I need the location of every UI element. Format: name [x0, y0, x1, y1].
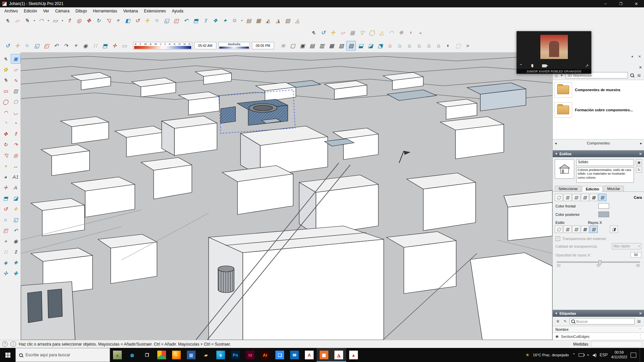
arc-tool-left[interactable]: ◠ — [1, 108, 10, 117]
menu-item[interactable]: Extensiones — [141, 7, 169, 15]
rectangle-tool-left[interactable]: ▭ — [1, 86, 10, 96]
taskbar-taskview-icon[interactable]: ❐ — [140, 348, 154, 362]
taskbar-search-input[interactable]: Escribe aquí para buscar — [15, 348, 110, 362]
grid-tool[interactable]: ▦ — [347, 28, 357, 38]
drape-tool[interactable]: ▨ — [283, 16, 292, 25]
previous-view-tool-3[interactable]: ↶ — [51, 41, 61, 51]
outer-shell-tool-left[interactable]: ❖ — [11, 258, 20, 267]
volume-icon[interactable]: ◀) — [592, 353, 597, 357]
eraser-tool-left[interactable]: ▱ — [11, 65, 20, 74]
sunset-time[interactable]: 06:05 PM — [252, 42, 274, 49]
face-shaded-icon[interactable]: ▦ — [590, 194, 598, 201]
scale-tool[interactable]: ◹ — [103, 16, 113, 25]
zoom-tool-3[interactable]: ○ — [22, 41, 32, 51]
stamp-tool[interactable]: ◮ — [273, 16, 283, 25]
select-tool-2[interactable]: ⇖ — [309, 28, 318, 38]
share-component-icon[interactable]: ❖ — [210, 16, 220, 25]
edge-none-icon[interactable]: ▢ — [555, 226, 563, 233]
zoom-window-tool-3[interactable]: ◱ — [32, 41, 42, 51]
taskbar-notebook-icon[interactable]: ▦ — [317, 348, 331, 362]
opacity-slider-thumb[interactable] — [598, 260, 601, 264]
look-around-tool[interactable]: ◉ — [80, 41, 90, 51]
close-button[interactable]: ✕ — [629, 0, 644, 7]
funnel-tool[interactable]: ▽ — [357, 28, 367, 38]
quality-select[interactable]: Más rápido▾ — [612, 243, 641, 249]
extension-warehouse-icon[interactable]: ✦ — [220, 16, 230, 25]
section-cut-icon[interactable]: ◪ — [366, 41, 375, 51]
taskbar-autocad-icon[interactable]: A — [302, 348, 317, 362]
dimension-tool-left[interactable]: ↔ — [11, 161, 20, 171]
tags-scroll-down-icon[interactable]: ⌄ — [639, 337, 641, 339]
face-hiddenline-icon[interactable]: ▧ — [581, 194, 589, 201]
taskbar-sketchup-icon[interactable]: ◮ — [331, 348, 346, 362]
union-tool-left[interactable]: ✣ — [1, 268, 10, 278]
hidden-line-icon[interactable]: ▥ — [317, 41, 327, 51]
taskbar-firefox-icon[interactable]: ◗ — [169, 348, 184, 362]
sunrise-time[interactable]: 05:42 AM — [194, 42, 216, 49]
eraser-tool[interactable]: ▱ — [12, 16, 22, 25]
tag-row[interactable]: ◉ SectionCutEdges ⌃ ⌄ — [553, 333, 644, 340]
start-button[interactable] — [0, 348, 15, 362]
geolocate-icon[interactable]: ? — [2, 341, 8, 347]
edge-profile-icon[interactable]: ▤ — [572, 226, 580, 233]
taskbar-chrome-icon[interactable]: ● — [154, 348, 169, 362]
move-tool-left[interactable]: ✥ — [1, 129, 10, 139]
face-backedge-icon[interactable]: ▥ — [564, 194, 572, 201]
line-tool-left[interactable]: ✎ — [1, 75, 10, 85]
line-tool[interactable]: ✎ — [22, 16, 32, 25]
previous-view-tool-left[interactable]: ↶ — [11, 226, 20, 235]
maximize-button[interactable]: ❐ — [613, 0, 629, 7]
transparency-checkbox[interactable]: ✓ — [555, 236, 560, 241]
layout-icon[interactable]: ⬚ — [453, 41, 463, 51]
tags-column-header[interactable]: Nombre ⌃ — [553, 326, 644, 333]
orbit-tool-left[interactable]: ↺ — [1, 204, 10, 214]
polygon-tool-left[interactable]: ⬡ — [11, 97, 20, 107]
pan-tool[interactable]: ✛ — [142, 16, 152, 25]
opacity-value-input[interactable]: 50 — [631, 252, 641, 258]
face-monochrome-icon[interactable]: ▨ — [598, 194, 606, 201]
styles-close-icon[interactable]: ✕ — [639, 152, 642, 156]
walk-tool[interactable]: ∷ — [90, 41, 100, 51]
soften-edges-tool-left[interactable]: ◈ — [1, 258, 10, 267]
tags-search-input[interactable]: Buscar — [570, 318, 635, 324]
dome-tool[interactable]: ◠ — [386, 28, 396, 38]
orbit-tool-2[interactable]: ↺ — [318, 28, 328, 38]
front-color-swatch[interactable] — [598, 203, 609, 209]
user-account-icon[interactable]: ☺ — [230, 16, 239, 25]
followme-tool-left[interactable]: ✿ — [1, 65, 10, 74]
edge-depth-icon[interactable]: ▦ — [581, 226, 589, 233]
xray-mode-icon[interactable]: ▢ — [288, 41, 298, 51]
stats-close-icon[interactable]: ✕ — [639, 65, 642, 70]
paint-bucket-tool[interactable]: ◧ — [123, 16, 132, 25]
tape-tool-left[interactable]: ⌖ — [1, 161, 10, 171]
section-fill-tool-left[interactable]: ◪ — [11, 193, 20, 203]
taskbar-photo-icon[interactable]: ▲ — [110, 348, 125, 362]
taskbar-illustrator-icon[interactable]: Ai — [258, 348, 272, 362]
axes-tool[interactable]: ✛ — [110, 41, 119, 51]
arc-dropdown-icon[interactable]: ▾ — [46, 16, 50, 25]
zoom-window-tool-left[interactable]: ◱ — [11, 215, 20, 225]
position-camera-tool[interactable]: ⌖ — [71, 41, 80, 51]
textured-icon[interactable]: ▧ — [336, 41, 346, 51]
tags-close-icon[interactable]: ✕ — [639, 311, 642, 316]
pie-tool-left[interactable]: ◔ — [11, 118, 20, 128]
taskbar-edge-icon[interactable]: e — [213, 348, 228, 362]
component-item[interactable]: Formación sobre componentes... — [554, 102, 643, 118]
monochrome-icon[interactable]: ▨ — [346, 41, 356, 51]
3d-text-tool-left[interactable]: A — [11, 183, 20, 192]
rotated-rectangle-tool-left[interactable]: ▨ — [11, 86, 20, 96]
iso-view-icon[interactable]: ⌂ — [385, 41, 395, 51]
taskbar-indesign-icon[interactable]: Id — [243, 348, 258, 362]
menu-item[interactable]: Dibujo — [72, 7, 90, 15]
zoom-window-tool[interactable]: ◱ — [162, 16, 171, 25]
tags-panel-header[interactable]: ▼ Etiquetas ✕ — [553, 310, 644, 317]
model-canvas[interactable] — [21, 52, 552, 340]
camera-icon[interactable] — [542, 64, 546, 67]
pushpull-tool-left[interactable]: ⇑ — [11, 129, 20, 139]
tray-expand-icon[interactable]: ⌃ — [572, 353, 576, 357]
notification-center-icon[interactable] — [631, 353, 636, 358]
style-tab[interactable]: Edición — [582, 186, 603, 192]
tray-close-icon[interactable]: ✕ — [637, 53, 643, 59]
taskbar-photoshop-icon[interactable]: Ps — [228, 348, 243, 362]
tag-pencil-icon[interactable]: ✎ — [562, 318, 568, 324]
